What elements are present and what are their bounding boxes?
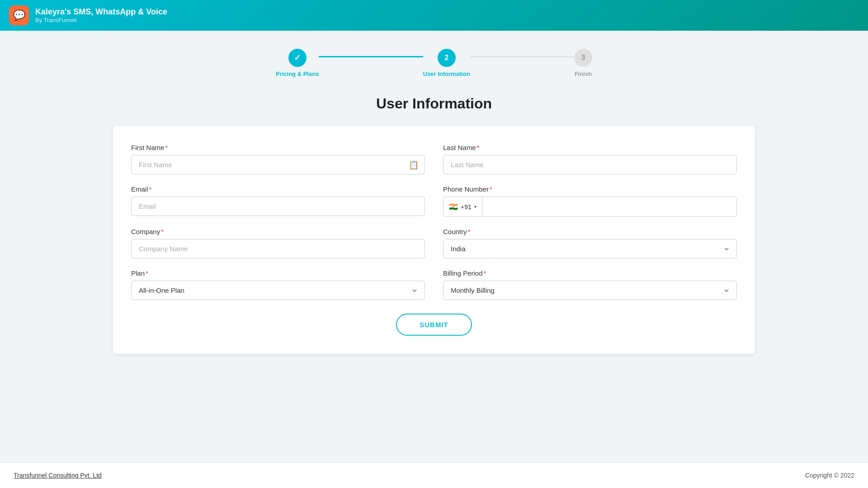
step-3: 3 Finish xyxy=(574,49,592,77)
phone-input-wrapper: 🇮🇳 +91 ▾ xyxy=(443,197,737,217)
required-star-8: * xyxy=(484,269,486,277)
first-name-input-wrapper: 📋 xyxy=(131,155,425,174)
app-header: 💬 Kaleyra's SMS, WhatsApp & Voice By Tra… xyxy=(0,0,868,31)
step-2: 2 User Information xyxy=(423,49,470,77)
footer-copyright: Copyright © 2022 xyxy=(805,472,854,479)
country-group: Country* India United States United King… xyxy=(443,228,737,258)
form-row-2: Email* Phone Number* 🇮🇳 +91 ▾ xyxy=(131,185,737,217)
step-2-label: User Information xyxy=(423,70,470,77)
last-name-input[interactable] xyxy=(443,155,737,174)
header-text: Kaleyra's SMS, WhatsApp & Voice By Trans… xyxy=(35,7,167,23)
app-title: Kaleyra's SMS, WhatsApp & Voice xyxy=(35,7,167,17)
required-star-2: * xyxy=(477,144,480,151)
india-flag-icon: 🇮🇳 xyxy=(449,202,458,211)
form-row-1: First Name* 📋 Last Name* xyxy=(131,144,737,174)
step-3-number: 3 xyxy=(581,54,585,62)
calendar-icon: 📋 xyxy=(409,160,419,170)
last-name-group: Last Name* xyxy=(443,144,737,174)
plan-label: Plan* xyxy=(131,269,425,277)
step-2-circle: 2 xyxy=(438,49,456,67)
form-card: First Name* 📋 Last Name* Email* xyxy=(113,126,755,354)
logo-icon: 💬 xyxy=(13,9,25,21)
company-label: Company* xyxy=(131,228,425,235)
billing-group: Billing Period* Monthly Billing Annual B… xyxy=(443,269,737,300)
required-star: * xyxy=(165,144,168,151)
step-3-label: Finish xyxy=(575,70,592,77)
required-star-6: * xyxy=(468,228,471,235)
required-star-3: * xyxy=(149,185,152,193)
app-subtitle: By TransFunnel xyxy=(35,17,167,23)
first-name-label: First Name* xyxy=(131,144,425,151)
main-content: ✓ Pricing & Plans 2 User Information 3 F… xyxy=(0,31,868,462)
email-label: Email* xyxy=(131,185,425,193)
phone-number-input[interactable] xyxy=(482,197,736,216)
first-name-input[interactable] xyxy=(131,155,425,174)
billing-select[interactable]: Monthly Billing Annual Billing xyxy=(443,281,737,300)
step-1-label: Pricing & Plans xyxy=(276,70,319,77)
step-1-circle: ✓ xyxy=(288,49,307,67)
step-2-number: 2 xyxy=(444,54,448,62)
form-row-3: Company* Country* India United States Un… xyxy=(131,228,737,258)
phone-label: Phone Number* xyxy=(443,185,737,193)
phone-group: Phone Number* 🇮🇳 +91 ▾ xyxy=(443,185,737,217)
progress-stepper: ✓ Pricing & Plans 2 User Information 3 F… xyxy=(276,49,592,77)
company-input[interactable] xyxy=(131,239,425,258)
required-star-4: * xyxy=(490,185,492,193)
plan-select[interactable]: All-in-One Plan SMS Plan WhatsApp Plan V… xyxy=(131,281,425,300)
country-select[interactable]: India United States United Kingdom Austr… xyxy=(443,239,737,258)
first-name-group: First Name* 📋 xyxy=(131,144,425,174)
phone-country-code: +91 xyxy=(461,203,472,211)
app-logo: 💬 xyxy=(9,5,29,25)
submit-button[interactable]: SUBMIT xyxy=(396,314,472,336)
connector-1-2 xyxy=(319,56,423,57)
phone-dropdown-arrow-icon: ▾ xyxy=(474,204,476,209)
email-group: Email* xyxy=(131,185,425,217)
required-star-7: * xyxy=(146,269,148,277)
page-title: User Information xyxy=(376,95,492,112)
billing-label: Billing Period* xyxy=(443,269,737,277)
step-1-checkmark: ✓ xyxy=(294,53,301,63)
footer-company-link[interactable]: Transfunnel Consulting Pvt. Ltd xyxy=(14,472,102,479)
email-input[interactable] xyxy=(131,197,425,216)
page-footer: Transfunnel Consulting Pvt. Ltd Copyrigh… xyxy=(0,462,868,488)
submit-wrapper: SUBMIT xyxy=(131,314,737,336)
connector-2-3 xyxy=(470,56,574,57)
required-star-5: * xyxy=(161,228,164,235)
company-group: Company* xyxy=(131,228,425,258)
plan-group: Plan* All-in-One Plan SMS Plan WhatsApp … xyxy=(131,269,425,300)
last-name-label: Last Name* xyxy=(443,144,737,151)
step-3-circle: 3 xyxy=(574,49,592,67)
phone-country-selector[interactable]: 🇮🇳 +91 ▾ xyxy=(443,197,482,216)
step-1: ✓ Pricing & Plans xyxy=(276,49,319,77)
country-label: Country* xyxy=(443,228,737,235)
form-row-4: Plan* All-in-One Plan SMS Plan WhatsApp … xyxy=(131,269,737,300)
